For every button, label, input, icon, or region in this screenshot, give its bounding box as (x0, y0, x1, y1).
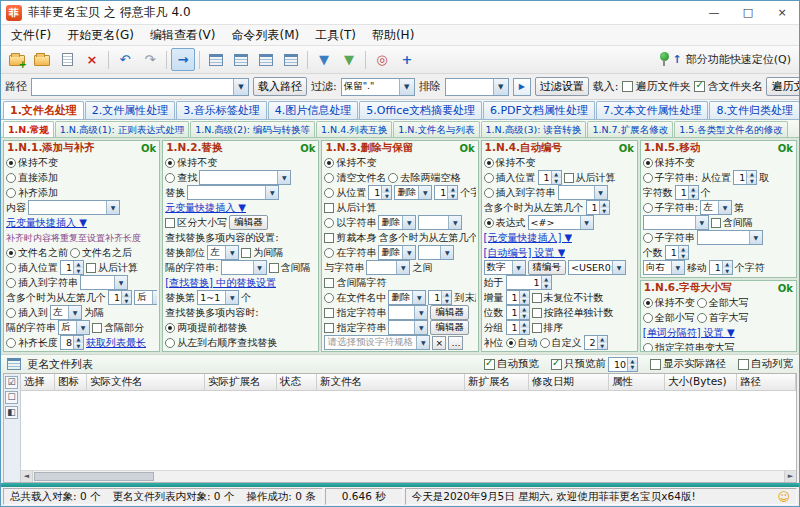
spin-down-icon[interactable]: ▼ (747, 178, 756, 185)
apply-filter-button[interactable]: ▶ (513, 78, 531, 96)
spin-down-icon[interactable]: ▼ (442, 298, 451, 305)
word-separator-link[interactable]: [单词分隔符] 设置 ▼ (643, 326, 735, 340)
spin-down-icon[interactable]: ▼ (122, 298, 131, 305)
radio-capitalize[interactable]: 首字大写 (697, 311, 749, 325)
spinner[interactable]: 1▲▼ (506, 290, 530, 305)
combo-box[interactable]: ▼ (388, 320, 428, 335)
combo-box[interactable]: ▼ (697, 230, 763, 245)
main-tab-5[interactable]: 5.Office文档摘要处理 (359, 101, 482, 119)
radio-after-name[interactable]: 文件名之后 (70, 246, 132, 260)
undo-icon[interactable]: ↶ (113, 48, 137, 71)
editor-button[interactable]: 编辑器 (430, 305, 469, 320)
dropdown-arrow-icon[interactable]: ▼ (265, 186, 278, 199)
radio-trim-spaces[interactable]: 去除两端空格 (388, 171, 460, 185)
radio-keep-unchanged[interactable]: 保持不变 (165, 156, 217, 170)
combo-box[interactable]: 删除▼ (378, 215, 416, 230)
dropdown-arrow-icon[interactable]: ▼ (594, 186, 607, 199)
checkbox-cut-itself[interactable]: 剪裁本身 (324, 231, 376, 245)
refresh-view-icon[interactable] (279, 48, 303, 71)
radio-insert-to-string[interactable]: 插入到字符串 (484, 186, 556, 200)
locate-icon[interactable]: + (395, 48, 419, 71)
combo-box[interactable]: ▼ (366, 260, 410, 275)
column-header-7[interactable]: 新扩展名 (465, 374, 529, 391)
combo-box[interactable]: ▼ (643, 215, 709, 230)
checkbox-auto-preview[interactable]: 自动预览 (484, 357, 539, 371)
spinner[interactable]: 2▲▼ (584, 335, 608, 350)
spin-down-icon[interactable]: ▼ (382, 193, 391, 200)
dropdown-arrow-icon[interactable]: ▼ (695, 216, 708, 229)
list-view-icon[interactable] (204, 48, 228, 71)
main-tab-6[interactable]: 6.PDF文档属性处理 (483, 101, 595, 119)
maximize-button[interactable]: □ (731, 1, 765, 24)
checkbox-count-per-path[interactable]: 按路径单独计数 (532, 306, 614, 320)
combo-box[interactable]: 左▼ (207, 245, 239, 260)
meta-var-insert-link[interactable]: 元变量快捷插入 ▼ (6, 216, 87, 230)
spinner[interactable]: 1▲▼ (733, 170, 757, 185)
scroll-thumb[interactable] (34, 472, 154, 481)
spin-down-icon[interactable]: ▼ (520, 313, 529, 320)
radio-insert-position[interactable]: 插入位置 (484, 171, 536, 185)
checkbox-no-count-unreset[interactable]: 未复位不计数 (532, 291, 604, 305)
radio-all-upper[interactable]: 全部大写 (697, 296, 749, 310)
dropdown-arrow-icon[interactable]: ▼ (493, 79, 508, 95)
sub-tab-1[interactable]: 1.N.常规 (3, 121, 54, 137)
checkbox-specify-string-1[interactable]: 指定字符串 (324, 306, 386, 320)
combo-box[interactable]: 后▼ (58, 320, 90, 335)
clear-list-icon[interactable]: × (80, 48, 104, 71)
spin-down-icon[interactable]: ▼ (598, 343, 607, 350)
checkbox-show-real-path[interactable]: 显示实际路径 (650, 357, 726, 371)
radio-insert-to-side[interactable]: 插入到 (6, 306, 48, 320)
radio-from-position[interactable]: 从位置 (324, 186, 366, 200)
radio-between-strings[interactable]: 在字符串 (324, 246, 376, 260)
dropdown-arrow-icon[interactable]: ▼ (580, 216, 593, 229)
spinner[interactable]: 1▲▼ (675, 185, 699, 200)
radio-all-lower[interactable]: 全部小写 (643, 311, 695, 325)
radio-replace-left-to-right[interactable]: 从左到右顺序查找替换 (165, 336, 277, 350)
auto-number-settings-link[interactable]: [自动编号] 设置 ▼ (484, 246, 566, 260)
clear-preset-button[interactable]: × (432, 336, 446, 350)
dropdown-arrow-icon[interactable]: ▼ (749, 231, 762, 244)
editor-button[interactable]: 编辑器 (229, 215, 268, 230)
dropdown-arrow-icon[interactable]: ▼ (402, 216, 415, 229)
combo-box[interactable]: 左▼ (700, 200, 732, 215)
invert-selection-button[interactable]: ◧ (5, 406, 18, 419)
spin-down-icon[interactable]: ▼ (723, 268, 732, 275)
column-header-8[interactable]: 修改日期 (529, 374, 609, 391)
checkbox-auto-col-width[interactable]: 自动列宽 (738, 357, 793, 371)
radio-keep-unchanged[interactable]: 保持不变 (324, 156, 376, 170)
spin-down-icon[interactable]: ▼ (520, 298, 529, 305)
spinner[interactable]: 1▲▼ (60, 260, 84, 275)
redo-icon[interactable]: ↷ (138, 48, 162, 71)
combo-box[interactable]: ▼ (418, 215, 462, 230)
dropdown-arrow-icon[interactable]: ▼ (412, 291, 425, 304)
spinner[interactable]: 1▲▼ (108, 290, 132, 305)
radio-insert-position[interactable]: 插入位置 (6, 261, 58, 275)
traverse-file-list-button[interactable]: 遍历文件列表 (766, 77, 799, 96)
checkbox-specify-string-2[interactable]: 指定字符串 (324, 321, 386, 335)
spinner[interactable]: 1▲▼ (506, 305, 530, 320)
sub-tab-7[interactable]: 1.N.7.扩展名修改 (587, 121, 673, 137)
dropdown-arrow-icon[interactable]: ▼ (612, 261, 625, 274)
checkbox-include-gap[interactable]: 含间隔 (711, 216, 753, 230)
spinner[interactable]: 1▲▼ (506, 275, 552, 290)
dropdown-arrow-icon[interactable]: ▼ (396, 261, 409, 274)
radio-in-filename[interactable]: 在文件名中 (324, 291, 386, 305)
radio-by-string[interactable]: 以字符串 (324, 216, 376, 230)
dropdown-arrow-icon[interactable]: ▼ (448, 216, 461, 229)
preset-chars-combo[interactable]: 请选择预设字符规格▼ (324, 335, 430, 350)
spinner[interactable]: 1▲▼ (368, 185, 392, 200)
checkbox-count-from-end[interactable]: 从后计算 (564, 171, 616, 185)
dropdown-arrow-icon[interactable]: ▼ (402, 246, 415, 259)
dropdown-arrow-icon[interactable]: ▼ (718, 201, 731, 214)
dropdown-arrow-icon[interactable]: ▼ (68, 306, 81, 319)
combo-box[interactable]: 删除▼ (378, 245, 416, 260)
combo-box[interactable]: 后▼ (134, 290, 157, 305)
exclude-combo[interactable]: ▼ (445, 78, 509, 96)
spinner[interactable]: 10▲▼ (608, 357, 638, 372)
radio-substr-from-pos[interactable]: 子字符串: 从位置 (643, 171, 732, 185)
spinner[interactable]: 1▲▼ (428, 290, 452, 305)
radio-substr-by-side[interactable]: 子字符串: (643, 201, 698, 215)
radio-keep-unchanged[interactable]: 保持不变 (484, 156, 536, 170)
radio-keep-unchanged[interactable]: 保持不变 (6, 156, 58, 170)
menu-tools[interactable]: 工具(T) (307, 26, 364, 45)
